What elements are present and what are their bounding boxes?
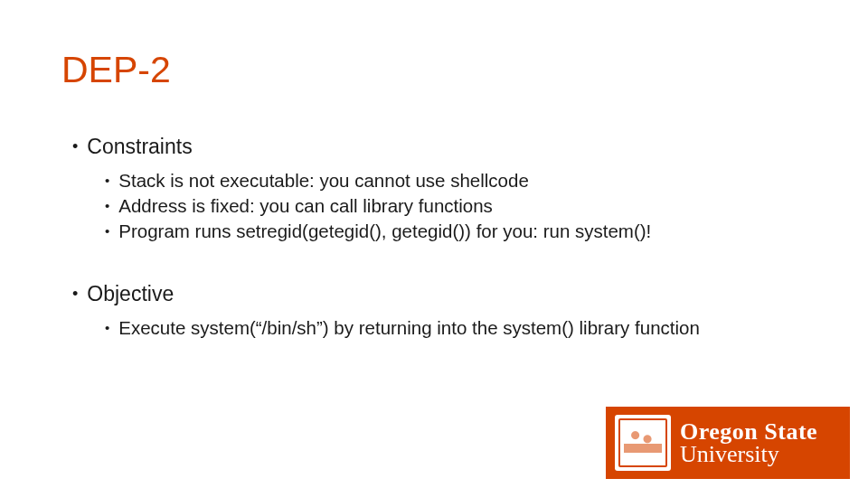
bullet-text: Objective (87, 282, 174, 306)
logo-line2: University (680, 442, 817, 466)
bullet-constraints: • Constraints (72, 135, 807, 159)
bullet-item: • Execute system(“/bin/sh”) by returning… (105, 317, 807, 339)
bullet-dot-icon: • (105, 198, 109, 213)
osu-logo-text: Oregon State University (680, 419, 817, 467)
bullet-dot-icon: • (105, 320, 109, 335)
bullet-text: Program runs setregid(getegid(), getegid… (118, 221, 651, 242)
bullet-item: • Address is fixed: you can call library… (105, 195, 807, 217)
bullet-item: • Stack is not executable: you cannot us… (105, 170, 807, 192)
spacer (61, 246, 807, 282)
osu-logo: Oregon State University (606, 407, 850, 479)
bullet-objective: • Objective (72, 282, 807, 306)
logo-line1: Oregon State (680, 419, 817, 444)
bullet-text: Address is fixed: you can call library f… (118, 195, 493, 217)
osu-seal-icon (615, 415, 671, 471)
slide: DEP-2 • Constraints • Stack is not execu… (0, 0, 868, 488)
bullet-text: Constraints (87, 135, 192, 159)
bullet-text: Stack is not executable: you cannot use … (118, 170, 529, 192)
slide-title: DEP-2 (61, 49, 807, 91)
bullet-dot-icon: • (72, 137, 78, 156)
bullet-text: Execute system(“/bin/sh”) by returning i… (118, 317, 700, 339)
slide-content: • Constraints • Stack is not executable:… (61, 135, 807, 339)
bullet-item: • Program runs setregid(getegid(), geteg… (105, 221, 807, 242)
bullet-dot-icon: • (105, 223, 109, 239)
bullet-dot-icon: • (105, 173, 109, 188)
bullet-dot-icon: • (72, 285, 78, 304)
